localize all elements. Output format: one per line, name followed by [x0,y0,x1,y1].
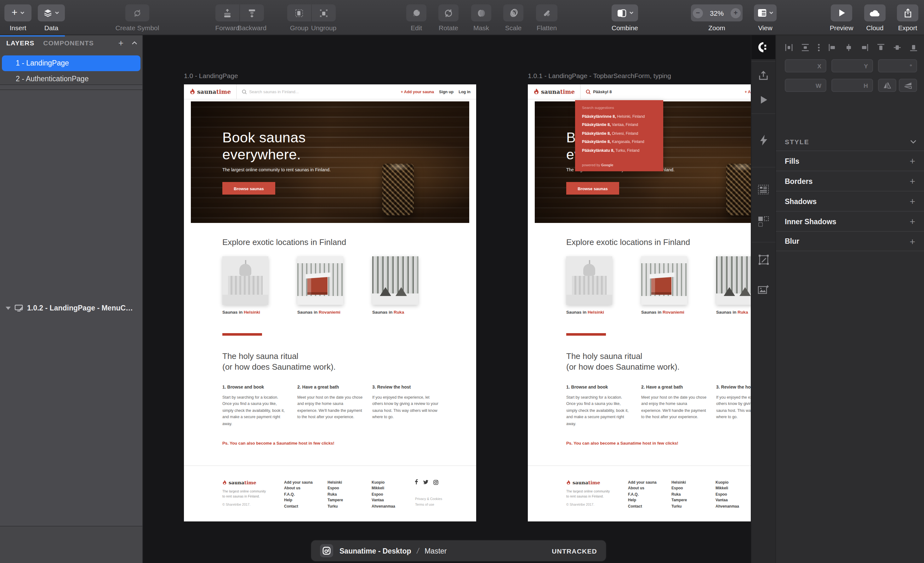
align-center-horizontal-icon[interactable] [844,43,852,51]
footer-link[interactable]: Espoo [327,486,343,492]
align-right-icon[interactable] [861,43,869,51]
distribute-vertical-icon[interactable] [801,43,809,51]
artboard-1-label[interactable]: 1.0 - LandingPage [184,72,238,79]
footer-link[interactable]: Contact [628,503,657,509]
footer-link[interactable]: Helsinki [671,480,687,486]
rotate-button[interactable] [438,4,459,21]
backward-tool[interactable]: Backward [240,4,264,21]
become-host-link[interactable]: Ps. You can also become a Saunatime host… [222,441,334,445]
footer-logo[interactable]: saunatime [222,480,256,485]
footer-link[interactable]: Mikkeli [372,486,395,492]
project-name[interactable]: Saunatime - Desktop [339,547,411,554]
inner-shadows-section[interactable]: Inner Shadows + [776,211,924,231]
topbar-search[interactable]: Pääskyl 8 [585,89,612,94]
zoom-in-button[interactable]: + [730,8,741,18]
width-field[interactable]: W [785,79,826,92]
artboard-2[interactable]: saunatime Pääskyl 8 + Add your sauna Sig… [528,84,751,521]
suggestion-item[interactable]: Pääskyläntie 8, Vantaa, Finland [582,122,663,127]
browse-saunas-button[interactable]: Browse saunas [222,182,275,195]
cloud-button[interactable] [864,4,886,21]
footer-link[interactable]: Contact [284,503,313,509]
location-card-ruka[interactable]: Saunas in Ruka [372,256,418,314]
branch-name[interactable]: Master [424,547,447,554]
footer-link[interactable]: Turku [327,503,343,509]
layout-templates-tab[interactable] [752,178,776,202]
group-button[interactable] [287,4,311,21]
footer-link[interactable]: Ruka [327,492,343,498]
flatten-tool[interactable]: Flatten [536,4,557,21]
share-upload-tab[interactable] [752,64,776,88]
frames-tab[interactable] [752,209,776,233]
interactions-tab[interactable] [752,128,776,152]
privacy-link[interactable]: Privacy & Cookies [415,496,442,502]
align-top-icon[interactable] [877,43,885,51]
mask-icon-button[interactable] [471,4,491,21]
topbar-search[interactable]: Search saunas in Finland... [242,89,299,94]
footer-link[interactable]: Help [628,497,657,503]
blur-section[interactable]: Blur + [776,231,924,251]
footer-link[interactable]: Helsinki [327,480,343,486]
export-button[interactable] [897,4,918,21]
distribute-horizontal-icon[interactable] [785,43,793,51]
become-host-link[interactable]: Ps. You can also become a Saunatime host… [566,441,678,445]
add-shadow-button[interactable]: + [909,196,915,207]
footer-link[interactable]: Vantaa [716,497,739,503]
footer-logo[interactable]: saunatime [566,480,600,485]
inspector-tab[interactable] [752,35,776,59]
backward-button[interactable] [240,4,264,21]
scale-tool[interactable]: Scale [503,4,524,21]
zoom-out-button[interactable]: − [693,8,703,18]
terms-link[interactable]: Terms of use [415,502,442,508]
combine-button[interactable] [612,4,638,21]
brand-logo[interactable]: saunatime [184,88,231,95]
location-card-ruka[interactable]: Saunas in Ruka [716,256,751,314]
footer-link[interactable]: Mikkeli [716,486,739,492]
view-tool[interactable]: View [754,4,777,21]
create-symbol-tool[interactable]: Create Symbol [125,4,149,21]
footer-link[interactable]: About us [628,486,657,492]
rotate-tool[interactable]: Rotate [438,4,459,21]
footer-link[interactable]: Add your sauna [284,480,313,486]
flip-horizontal-button[interactable] [878,79,896,92]
add-fill-button[interactable]: + [909,156,915,166]
footer-link[interactable]: Espoo [716,492,739,498]
flatten-button[interactable] [536,4,557,21]
insert-tool[interactable]: + Insert [4,4,32,21]
page-row-landing[interactable]: 1 - LandingPage [2,55,141,71]
footer-link[interactable]: Vantaa [372,497,395,503]
borders-section[interactable]: Borders + [776,171,924,191]
browse-saunas-button[interactable]: Browse saunas [566,182,619,195]
footer-link[interactable]: Turku [671,503,687,509]
footer-link[interactable]: F.A.Q. [628,492,657,498]
add-blur-button[interactable]: + [909,236,915,247]
add-page-button[interactable]: + [118,38,123,47]
align-left-icon[interactable] [828,43,836,51]
location-card-helsinki[interactable]: Saunas in Helsinki [222,256,268,314]
footer-link[interactable]: Kuopio [716,480,739,486]
ungroup-button[interactable] [312,4,336,21]
artboard-2-label[interactable]: 1.0.1 - LandingPage - TopbarSearchForm, … [528,72,671,79]
suggestion-item[interactable]: Pääskyläntie 8, Orivesi, Finland [582,131,663,135]
align-bottom-icon[interactable] [909,43,918,51]
artboard-1[interactable]: saunatime Search saunas in Finland... + … [184,84,476,521]
add-inner-shadow-button[interactable]: + [909,216,915,227]
insert-image-tab[interactable] [752,278,776,302]
footer-link[interactable]: Ruka [671,492,687,498]
footer-link[interactable]: Ahvenanmaa [716,503,739,509]
scale-icon-button[interactable] [503,4,524,21]
create-symbol-button[interactable] [125,4,149,21]
height-field[interactable]: H [831,79,873,92]
footer-link[interactable]: About us [284,486,313,492]
tab-layers[interactable]: LAYERS [6,39,34,46]
footer-link[interactable]: Add your sauna [628,480,657,486]
footer-link[interactable]: Tampere [327,497,343,503]
edit-button[interactable] [406,4,426,21]
preview-tab[interactable] [752,88,776,111]
footer-link[interactable]: Espoo [372,492,395,498]
align-middle-icon[interactable] [893,43,902,51]
add-border-button[interactable]: + [909,176,915,186]
draw-tab[interactable] [752,247,776,271]
x-position-field[interactable]: X [785,59,826,72]
project-status-bar[interactable]: Saunatime - Desktop / Master UNTRACKED [311,541,606,561]
rotation-field[interactable]: ° [878,59,917,72]
